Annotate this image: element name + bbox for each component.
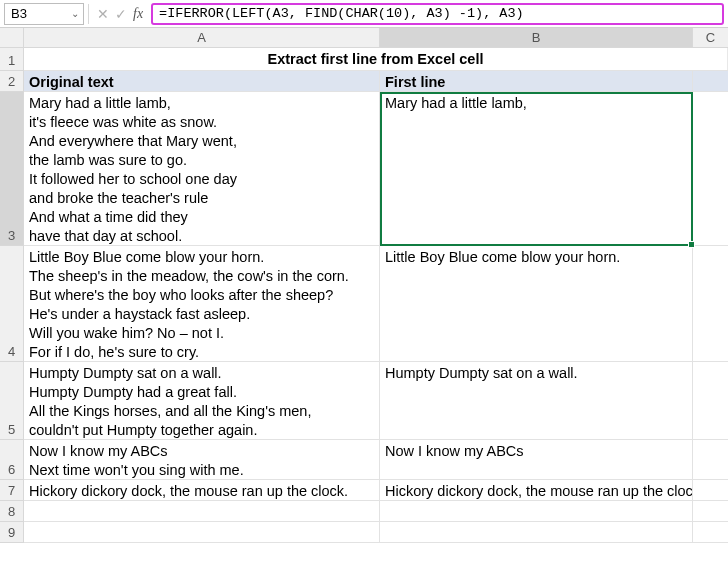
row-header-1[interactable]: 1	[0, 48, 24, 71]
cell-c5[interactable]	[693, 362, 728, 439]
cell-a4[interactable]: Little Boy Blue come blow your horn. The…	[24, 246, 380, 361]
row-header-8[interactable]: 8	[0, 501, 24, 522]
cell-b2[interactable]: First line	[380, 71, 693, 91]
name-box-dropdown-icon[interactable]: ⌄	[71, 9, 79, 19]
confirm-icon[interactable]: ✓	[115, 6, 127, 22]
cells-area: Extract first line from Excel cell Origi…	[24, 48, 728, 543]
cell-a6[interactable]: Now I know my ABCs Next time won't you s…	[24, 440, 380, 479]
cell-c8[interactable]	[693, 501, 728, 521]
col-header-b[interactable]: B	[380, 28, 693, 48]
cell-b9[interactable]	[380, 522, 693, 542]
cell-c2[interactable]	[693, 71, 728, 91]
cell-b7[interactable]: Hickory dickory dock, the mouse ran up t…	[380, 480, 693, 500]
row-header-6[interactable]: 6	[0, 440, 24, 480]
cell-c3[interactable]	[693, 92, 728, 245]
cell-a8[interactable]	[24, 501, 380, 521]
cell-a3[interactable]: Mary had a little lamb, it's fleece was …	[24, 92, 380, 245]
row-8	[24, 501, 728, 522]
row-header-4[interactable]: 4	[0, 246, 24, 362]
row-header-9[interactable]: 9	[0, 522, 24, 543]
column-headers: A B C	[0, 28, 728, 48]
row-2: Original text First line	[24, 71, 728, 92]
formula-bar-buttons: ✕ ✓ fx	[93, 6, 147, 22]
cell-c9[interactable]	[693, 522, 728, 542]
row-6: Now I know my ABCs Next time won't you s…	[24, 440, 728, 480]
col-header-c[interactable]: C	[693, 28, 728, 48]
row-header-3[interactable]: 3	[0, 92, 24, 246]
row-header-2[interactable]: 2	[0, 71, 24, 92]
formula-text: =IFERROR(LEFT(A3, FIND(CHAR(10), A3) -1)…	[159, 6, 524, 21]
cell-b8[interactable]	[380, 501, 693, 521]
row-header-7[interactable]: 7	[0, 480, 24, 501]
cell-c6[interactable]	[693, 440, 728, 479]
cell-b5[interactable]: Humpty Dumpty sat on a wall.	[380, 362, 693, 439]
row-1: Extract first line from Excel cell	[24, 48, 728, 71]
row-header-5[interactable]: 5	[0, 362, 24, 440]
formula-bar: B3 ⌄ ✕ ✓ fx =IFERROR(LEFT(A3, FIND(CHAR(…	[0, 0, 728, 28]
cell-c4[interactable]	[693, 246, 728, 361]
title-cell[interactable]: Extract first line from Excel cell	[24, 48, 728, 70]
fx-icon[interactable]: fx	[133, 6, 143, 22]
name-box[interactable]: B3 ⌄	[4, 3, 84, 25]
cancel-icon[interactable]: ✕	[97, 6, 109, 22]
row-headers: 1 2 3 4 5 6 7 8 9	[0, 48, 24, 543]
formula-input[interactable]: =IFERROR(LEFT(A3, FIND(CHAR(10), A3) -1)…	[151, 3, 724, 25]
row-5: Humpty Dumpty sat on a wall. Humpty Dump…	[24, 362, 728, 440]
grid-body: 1 2 3 4 5 6 7 8 9 Extract first line fro…	[0, 48, 728, 543]
spreadsheet: A B C 1 2 3 4 5 6 7 8 9 Extract first li…	[0, 28, 728, 543]
row-7: Hickory dickory dock, the mouse ran up t…	[24, 480, 728, 501]
row-4: Little Boy Blue come blow your horn. The…	[24, 246, 728, 362]
cell-b6[interactable]: Now I know my ABCs	[380, 440, 693, 479]
cell-b4[interactable]: Little Boy Blue come blow your horn.	[380, 246, 693, 361]
row-9	[24, 522, 728, 543]
cell-c7[interactable]	[693, 480, 728, 500]
cell-a5[interactable]: Humpty Dumpty sat on a wall. Humpty Dump…	[24, 362, 380, 439]
cell-a7[interactable]: Hickory dickory dock, the mouse ran up t…	[24, 480, 380, 500]
row-3: Mary had a little lamb, it's fleece was …	[24, 92, 728, 246]
cell-a2[interactable]: Original text	[24, 71, 380, 91]
select-all-corner[interactable]	[0, 28, 24, 48]
col-header-a[interactable]: A	[24, 28, 380, 48]
cell-a9[interactable]	[24, 522, 380, 542]
cell-b3[interactable]: Mary had a little lamb,	[380, 92, 693, 245]
divider	[88, 4, 89, 24]
name-box-value: B3	[11, 6, 27, 21]
